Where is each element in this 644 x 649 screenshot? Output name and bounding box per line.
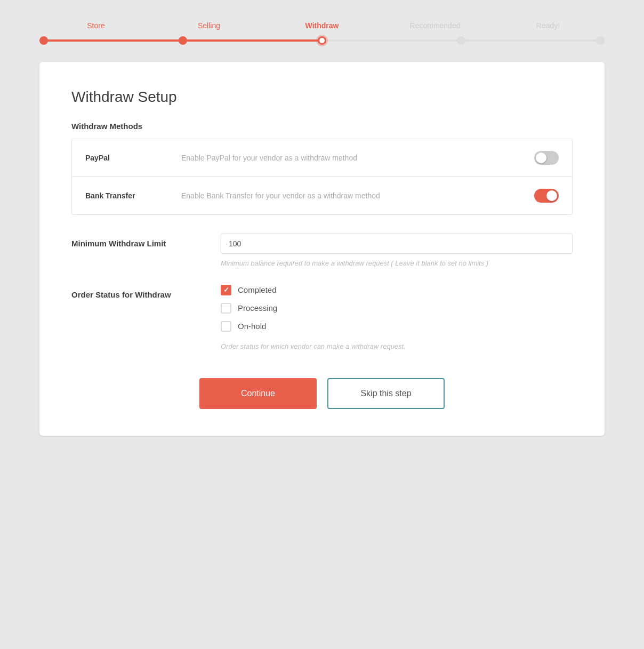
methods-box: PayPal Enable PayPal for your vendor as … — [71, 139, 573, 215]
dot-selling — [179, 36, 187, 45]
order-status-row: Order Status for Withdraw Completed Proc… — [71, 285, 573, 352]
order-status-label: Order Status for Withdraw — [71, 285, 221, 299]
button-row: Continue Skip this step — [71, 378, 573, 409]
paypal-method-desc: Enable PayPal for your vendor as a withd… — [181, 154, 534, 162]
paypal-toggle[interactable] — [534, 151, 559, 165]
bank-transfer-toggle[interactable] — [534, 189, 559, 203]
checkbox-onhold-box — [221, 321, 231, 332]
dot-ready — [596, 36, 605, 45]
dot-store — [39, 36, 48, 45]
methods-section-label: Withdraw Methods — [71, 122, 573, 131]
bank-transfer-toggle-thumb — [546, 190, 557, 201]
min-limit-label: Minimum Withdraw Limit — [71, 234, 221, 248]
checkbox-processing[interactable]: Processing — [221, 303, 573, 314]
min-limit-input[interactable] — [221, 234, 573, 254]
checkbox-completed-box — [221, 285, 231, 295]
checkbox-group: Completed Processing On-hold — [221, 285, 573, 332]
min-limit-row: Minimum Withdraw Limit Minimum balance r… — [71, 234, 573, 269]
checkbox-onhold-label: On-hold — [238, 322, 266, 331]
order-status-hint: Order status for which vendor can make a… — [221, 341, 573, 352]
bank-transfer-method-desc: Enable Bank Transfer for your vendor as … — [181, 191, 534, 200]
progress-track — [39, 35, 605, 46]
paypal-toggle-thumb — [536, 153, 546, 163]
skip-button[interactable]: Skip this step — [327, 378, 445, 409]
paypal-method-row: PayPal Enable PayPal for your vendor as … — [72, 139, 572, 177]
page-title: Withdraw Setup — [71, 89, 573, 106]
paypal-method-name: PayPal — [85, 154, 181, 162]
progress-bar: Store Selling Withdraw Recommended Ready… — [39, 21, 605, 46]
continue-button[interactable]: Continue — [199, 378, 317, 409]
progress-labels: Store Selling Withdraw Recommended Ready… — [39, 21, 605, 30]
step-selling-label: Selling — [152, 21, 265, 30]
step-ready-label: Ready! — [492, 21, 605, 30]
checkbox-onhold[interactable]: On-hold — [221, 321, 573, 332]
checkbox-completed[interactable]: Completed — [221, 285, 573, 295]
order-status-content: Completed Processing On-hold Order statu… — [221, 285, 573, 352]
dot-withdraw — [318, 36, 326, 45]
checkbox-completed-label: Completed — [238, 285, 277, 294]
step-recommended-label: Recommended — [379, 21, 492, 30]
min-limit-content: Minimum balance required to make a withd… — [221, 234, 573, 269]
step-withdraw-label: Withdraw — [265, 21, 379, 30]
progress-dots — [39, 36, 605, 45]
dot-recommended — [457, 36, 465, 45]
step-store-label: Store — [39, 21, 152, 30]
main-card: Withdraw Setup Withdraw Methods PayPal E… — [39, 62, 605, 436]
bank-transfer-method-row: Bank Transfer Enable Bank Transfer for y… — [72, 177, 572, 214]
checkbox-processing-label: Processing — [238, 303, 277, 313]
bank-transfer-method-name: Bank Transfer — [85, 191, 181, 200]
min-limit-hint: Minimum balance required to make a withd… — [221, 258, 573, 269]
checkbox-processing-box — [221, 303, 231, 314]
